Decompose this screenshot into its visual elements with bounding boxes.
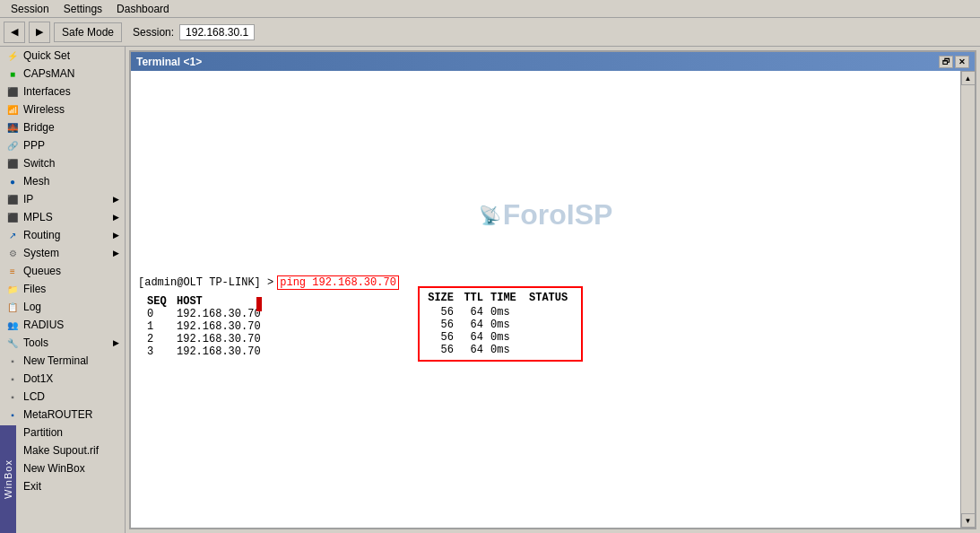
sidebar-item-system[interactable]: ⚙ System ▶: [0, 244, 125, 262]
terminal-body[interactable]: 📡 ForoISP [admin@OLT TP-LINK] > ping 192…: [131, 71, 960, 528]
terminal-window: Terminal <1> 🗗 ✕ 📡 ForoISP: [129, 50, 976, 529]
content-area: Terminal <1> 🗗 ✕ 📡 ForoISP: [126, 47, 980, 533]
row1-seq: 1: [147, 320, 169, 333]
ip-icon: ⬛: [5, 192, 20, 206]
sidebar-item-log[interactable]: 📋 Log: [0, 298, 125, 316]
terminal-content: 📡 ForoISP [admin@OLT TP-LINK] > ping 192…: [131, 71, 960, 365]
sidebar-item-queues[interactable]: ≡ Queues: [0, 262, 125, 280]
queues-icon: ≡: [5, 264, 20, 278]
mpls-icon: ⬛: [5, 210, 20, 224]
sidebar-item-exit[interactable]: ✖ Exit: [0, 477, 125, 495]
sidebar-label-metarouter: MetaROUTER: [23, 408, 92, 421]
winbox-label: WinBox: [0, 425, 16, 533]
sidebar-item-lcd[interactable]: ▪ LCD: [0, 388, 125, 406]
toolbar: ◀ ▶ Safe Mode Session: 192.168.30.1: [0, 18, 980, 47]
wireless-icon: 📶: [5, 102, 20, 117]
ip-arrow: ▶: [113, 195, 119, 204]
sidebar-label-wireless: Wireless: [23, 103, 65, 116]
terminal-cursor: [256, 297, 262, 311]
pr2-size: 56: [427, 331, 454, 344]
sidebar-item-radius[interactable]: 👥 RADIUS: [0, 316, 125, 334]
system-arrow: ▶: [113, 249, 119, 258]
sidebar-label-log: Log: [23, 301, 41, 313]
terminal-inner: 📡 ForoISP [admin@OLT TP-LINK] > ping 192…: [131, 71, 975, 528]
back-button[interactable]: ◀: [4, 22, 25, 43]
scrollbar-track[interactable]: [961, 85, 975, 513]
pr1-time: 0ms: [490, 319, 522, 331]
watermark: 📡 ForoISP: [479, 198, 613, 232]
terminal-controls: 🗗 ✕: [939, 56, 969, 68]
sidebar-item-make-supout[interactable]: ▪ Make Supout.rif: [0, 441, 125, 459]
terminal-title: Terminal <1>: [136, 56, 939, 68]
sidebar-item-interfaces[interactable]: ⬛ Interfaces: [0, 83, 125, 100]
menu-settings[interactable]: Settings: [56, 1, 109, 17]
sidebar-item-capsman[interactable]: ■ CAPsMAN: [0, 65, 125, 83]
sidebar-item-files[interactable]: 📁 Files: [0, 280, 125, 298]
ping-result-row-1: 56 64 0ms: [427, 319, 574, 331]
metarouter-icon: ▪: [5, 407, 20, 422]
sidebar-item-quick-set[interactable]: ⚡ Quick Set: [0, 47, 125, 65]
menu-dashboard[interactable]: Dashboard: [109, 1, 177, 17]
sidebar-item-new-terminal[interactable]: ▪ New Terminal: [0, 352, 125, 370]
sidebar-item-partition[interactable]: ▪ Partition: [0, 424, 125, 441]
sidebar-label-tools: Tools: [23, 336, 48, 349]
scrollbar-up-button[interactable]: ▲: [961, 71, 976, 85]
sidebar-item-new-winbox[interactable]: ○ New WinBox: [0, 459, 125, 477]
sidebar-label-interfaces: Interfaces: [23, 85, 71, 98]
row0-host: 192.168.30.70: [177, 308, 284, 320]
pr3-size: 56: [427, 344, 454, 356]
terminal-close-button[interactable]: ✕: [955, 56, 969, 68]
sidebar-item-metarouter[interactable]: ▪ MetaROUTER: [0, 406, 125, 424]
sidebar-item-switch[interactable]: ⬛ Switch: [0, 154, 125, 172]
sidebar-item-routing[interactable]: ↗ Routing ▶: [0, 226, 125, 244]
quick-set-icon: ⚡: [5, 48, 20, 63]
sidebar-label-bridge: Bridge: [23, 121, 55, 134]
session-value: 192.168.30.1: [179, 24, 255, 40]
pr2-time: 0ms: [490, 331, 522, 344]
sidebar-label-ppp: PPP: [23, 139, 45, 152]
header-host: HOST: [177, 295, 284, 308]
terminal-restore-button[interactable]: 🗗: [939, 56, 953, 68]
ping-result-row-2: 56 64 0ms: [427, 331, 574, 344]
ping-results-box: SIZE TTL TIME STATUS 56 64 0ms: [418, 286, 583, 362]
sidebar-item-mpls[interactable]: ⬛ MPLS ▶: [0, 208, 125, 226]
row2-seq: 2: [147, 333, 169, 345]
tools-icon: 🔧: [5, 336, 20, 350]
pr1-ttl: 64: [461, 319, 483, 331]
sidebar-label-new-winbox: New WinBox: [23, 462, 85, 475]
sidebar-item-bridge[interactable]: 🌉 Bridge: [0, 118, 125, 136]
watermark-antenna: 📡: [479, 204, 501, 225]
sidebar-item-dot1x[interactable]: ▪ Dot1X: [0, 370, 125, 388]
ppp-icon: 🔗: [5, 138, 20, 153]
ping-result-row-0: 56 64 0ms: [427, 306, 574, 319]
terminal-titlebar: Terminal <1> 🗗 ✕: [131, 52, 975, 71]
sidebar-label-mesh: Mesh: [23, 175, 49, 188]
sidebar-label-new-terminal: New Terminal: [23, 354, 88, 367]
pr0-ttl: 64: [461, 306, 483, 319]
pr-header-size: SIZE: [427, 292, 454, 304]
sidebar-item-tools[interactable]: 🔧 Tools ▶: [0, 334, 125, 352]
menu-session[interactable]: Session: [4, 1, 56, 17]
safe-mode-button[interactable]: Safe Mode: [54, 22, 122, 42]
tools-arrow: ▶: [113, 338, 119, 347]
sidebar-item-ppp[interactable]: 🔗 PPP: [0, 136, 125, 154]
sidebar-label-quick-set: Quick Set: [23, 49, 70, 62]
sidebar-item-mesh[interactable]: ● Mesh: [0, 172, 125, 190]
files-icon: 📁: [5, 282, 20, 296]
sidebar-item-wireless[interactable]: 📶 Wireless: [0, 100, 125, 118]
pr1-status: [529, 319, 574, 331]
forward-button[interactable]: ▶: [29, 22, 50, 43]
scrollbar-down-button[interactable]: ▼: [961, 513, 976, 528]
routing-arrow: ▶: [113, 231, 119, 240]
row0-seq: 0: [147, 308, 169, 320]
sidebar-item-ip[interactable]: ⬛ IP ▶: [0, 190, 125, 208]
pr-header-status: STATUS: [529, 292, 574, 304]
row1-host: 192.168.30.70: [177, 320, 284, 333]
capsman-icon: ■: [5, 66, 20, 81]
switch-icon: ⬛: [5, 156, 20, 170]
session-label: Session:: [133, 26, 174, 39]
radius-icon: 👥: [5, 318, 20, 332]
watermark-text: ForoISP: [503, 198, 613, 232]
pr3-time: 0ms: [490, 344, 522, 356]
sidebar-label-radius: RADIUS: [23, 319, 64, 331]
